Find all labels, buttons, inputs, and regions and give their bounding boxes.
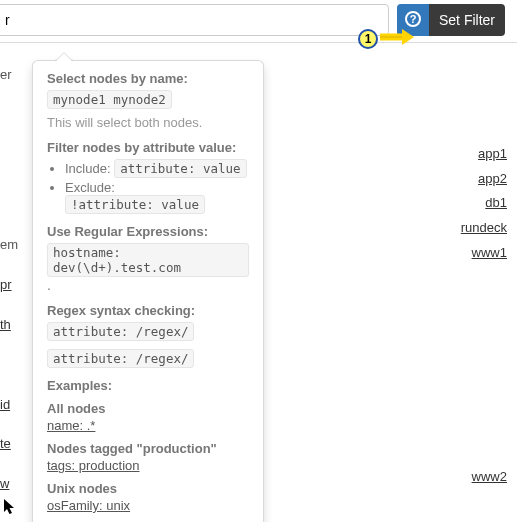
- popover-note: This will select both nodes.: [47, 115, 249, 130]
- popover-example-link[interactable]: osFamily: unix: [47, 498, 130, 513]
- popover-example-link[interactable]: name: .*: [47, 418, 95, 433]
- popover-list-item: Exclude: !attribute: value: [65, 180, 249, 214]
- popover-section-title: Filter nodes by attribute value:: [47, 140, 249, 155]
- filter-help-popover: Select nodes by name: mynode1 mynode2 Th…: [32, 60, 264, 522]
- popover-code: attribute: value: [114, 159, 246, 178]
- popover-text: .: [47, 277, 51, 293]
- popover-code: hostname: dev(\d+).test.com: [47, 243, 249, 277]
- node-link-list: app1 app2 db1 rundeck www1 www2: [437, 142, 507, 490]
- popover-example-label: All nodes: [47, 401, 249, 416]
- filter-help-button[interactable]: ?: [397, 4, 429, 36]
- node-link[interactable]: app2: [437, 167, 507, 192]
- popover-section-title: Select nodes by name:: [47, 71, 249, 86]
- cursor-icon: [3, 498, 17, 519]
- popover-example-link[interactable]: tags: production: [47, 458, 140, 473]
- node-link[interactable]: rundeck: [437, 216, 507, 241]
- popover-code: attribute: /regex/: [47, 349, 194, 368]
- node-link[interactable]: www2: [437, 465, 507, 490]
- popover-section-title: Use Regular Expressions:: [47, 224, 249, 239]
- svg-text:?: ?: [410, 13, 417, 25]
- popover-example-label: Unix nodes: [47, 481, 249, 496]
- node-link[interactable]: app1: [437, 142, 507, 167]
- popover-code: mynode1 mynode2: [47, 90, 172, 109]
- node-link[interactable]: www1: [437, 241, 507, 266]
- popover-section-title: Examples:: [47, 378, 249, 393]
- popover-text: Exclude:: [65, 180, 115, 195]
- set-filter-button[interactable]: Set Filter: [429, 4, 505, 36]
- node-filter-input[interactable]: [0, 4, 389, 36]
- popover-section-title: Regex syntax checking:: [47, 303, 249, 318]
- popover-code: attribute: /regex/: [47, 322, 194, 341]
- popover-list-item: Include: attribute: value: [65, 159, 249, 178]
- popover-text: Include:: [65, 161, 114, 176]
- question-circle-icon: ?: [405, 11, 421, 30]
- popover-code: !attribute: value: [65, 195, 205, 214]
- popover-example-label: Nodes tagged "production": [47, 441, 249, 456]
- node-link[interactable]: db1: [437, 191, 507, 216]
